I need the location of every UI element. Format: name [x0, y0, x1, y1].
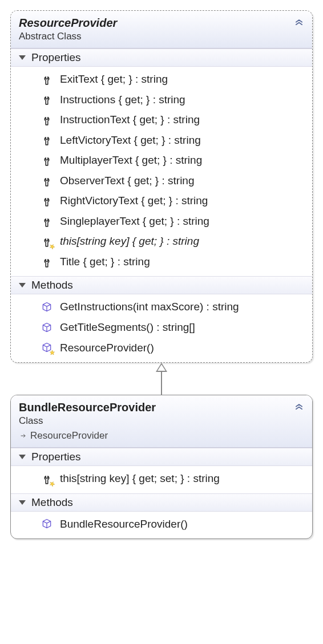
member-list: this[string key] { get; set; } : string	[11, 466, 312, 493]
member-signature: ResourceProvider()	[60, 340, 154, 356]
member-row[interactable]: BundleResourceProvider()	[11, 514, 312, 534]
member-list: GetInstructions(int maxScore) : stringGe…	[11, 294, 312, 362]
member-signature: LeftVictoryText { get; } : string	[60, 132, 201, 148]
section-header[interactable]: Methods	[11, 276, 312, 294]
chevron-down-icon	[19, 55, 26, 60]
member-signature: ExitText { get; } : string	[60, 71, 168, 87]
wrench-icon	[41, 472, 53, 485]
cube-icon	[41, 517, 53, 530]
member-signature: InstructionText { get; } : string	[60, 112, 200, 128]
class-stereotype: Abstract Class	[19, 31, 304, 42]
wrench-icon	[41, 235, 53, 248]
cube-icon	[41, 321, 53, 334]
member-row[interactable]: ExitText { get; } : string	[11, 69, 312, 90]
inherits-label: ResourceProvider	[19, 430, 304, 442]
collapse-chevron-icon[interactable]	[294, 401, 304, 414]
wrench-icon	[41, 133, 53, 146]
wrench-icon	[41, 73, 53, 86]
section-title: Properties	[31, 51, 81, 64]
section-title: Methods	[31, 496, 73, 509]
cube-icon	[41, 301, 53, 313]
member-row[interactable]: MultiplayerText { get; } : string	[11, 150, 312, 171]
wrench-icon	[41, 154, 53, 167]
member-row[interactable]: ObserverText { get; } : string	[11, 171, 312, 191]
class-title: ResourceProvider	[19, 17, 304, 30]
member-row[interactable]: this[string key] { get; set; } : string	[11, 468, 312, 489]
inheritance-connector	[10, 363, 313, 395]
class-header: ResourceProviderAbstract Class	[11, 11, 312, 48]
section-title: Properties	[31, 451, 81, 463]
member-list: BundleResourceProvider()	[11, 512, 312, 539]
member-row[interactable]: SingleplayerText { get; } : string	[11, 211, 312, 232]
class-box: ResourceProviderAbstract ClassProperties…	[10, 10, 313, 363]
wrench-icon	[41, 93, 53, 106]
chevron-down-icon	[19, 455, 26, 459]
section-header[interactable]: Properties	[11, 48, 312, 67]
wrench-icon	[41, 215, 53, 228]
wrench-icon	[41, 175, 53, 187]
section-title: Methods	[31, 279, 73, 291]
member-signature: GetInstructions(int maxScore) : string	[60, 299, 239, 315]
member-row[interactable]: Title { get; } : string	[11, 252, 312, 272]
member-signature: GetTitleSegments() : string[]	[60, 319, 195, 335]
member-signature: Instructions { get; } : string	[60, 92, 185, 108]
wrench-icon	[41, 195, 53, 207]
member-row[interactable]: ResourceProvider()	[11, 338, 312, 358]
member-row[interactable]: RightVictoryText { get; } : string	[11, 191, 312, 211]
member-signature: this[string key] { get; } : string	[60, 233, 199, 249]
class-header: BundleResourceProviderClassResourceProvi…	[11, 395, 312, 448]
member-signature: Title { get; } : string	[60, 254, 150, 270]
member-signature: this[string key] { get; set; } : string	[60, 471, 220, 487]
collapse-chevron-icon[interactable]	[294, 17, 304, 30]
wrench-icon	[41, 256, 53, 268]
section-header[interactable]: Properties	[11, 448, 312, 466]
chevron-down-icon	[19, 500, 26, 505]
class-box: BundleResourceProviderClassResourceProvi…	[10, 395, 313, 539]
member-signature: ObserverText { get; } : string	[60, 173, 195, 189]
class-title: BundleResourceProvider	[19, 401, 304, 414]
member-signature: BundleResourceProvider()	[60, 516, 188, 532]
member-row[interactable]: GetInstructions(int maxScore) : string	[11, 297, 312, 317]
member-signature: MultiplayerText { get; } : string	[60, 152, 202, 168]
cube-icon	[41, 341, 53, 354]
member-signature: RightVictoryText { get; } : string	[60, 193, 208, 209]
wrench-icon	[41, 114, 53, 126]
member-list: ExitText { get; } : stringInstructions {…	[11, 67, 312, 276]
chevron-down-icon	[19, 283, 26, 287]
inherits-name: ResourceProvider	[30, 430, 108, 441]
member-row[interactable]: LeftVictoryText { get; } : string	[11, 130, 312, 151]
class-stereotype: Class	[19, 415, 304, 427]
member-row[interactable]: InstructionText { get; } : string	[11, 110, 312, 130]
inherit-arrow-icon	[19, 431, 28, 441]
member-row[interactable]: this[string key] { get; } : string	[11, 231, 312, 252]
member-row[interactable]: GetTitleSegments() : string[]	[11, 317, 312, 338]
member-signature: SingleplayerText { get; } : string	[60, 213, 209, 229]
member-row[interactable]: Instructions { get; } : string	[11, 90, 312, 110]
section-header[interactable]: Methods	[11, 493, 312, 512]
